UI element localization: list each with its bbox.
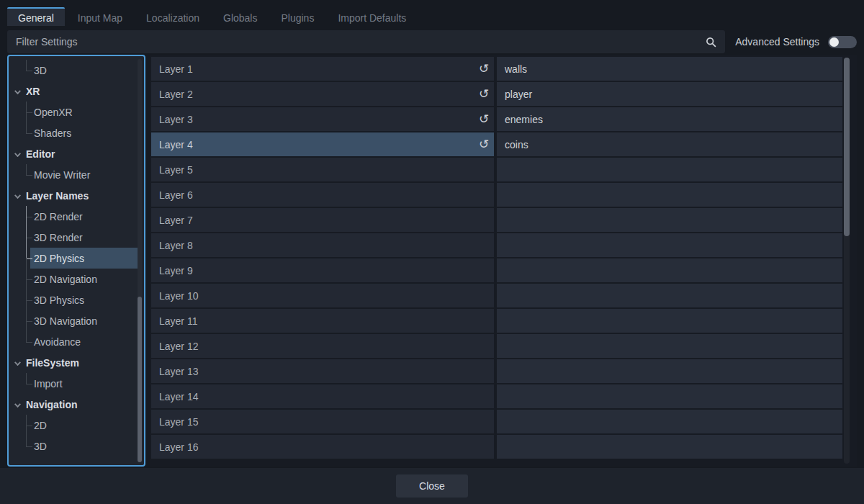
setting-value-field[interactable] [497, 208, 842, 232]
setting-label: Layer 4 [159, 139, 193, 150]
chevron-down-icon [14, 150, 21, 157]
setting-label: Layer 11 [159, 315, 197, 327]
tab-general[interactable]: General [7, 7, 65, 26]
tree-item-3d-physics[interactable]: 3D Physics [9, 289, 138, 310]
sidebar-scrollbar-thumb[interactable] [138, 297, 142, 462]
setting-value-field[interactable] [497, 284, 842, 307]
setting-label-cell[interactable]: Layer 4↺ [151, 132, 494, 156]
tree-item-movie-writer[interactable]: Movie Writer [9, 164, 138, 185]
tree-item-label: Layer Names [26, 190, 89, 202]
filter-settings-placeholder: Filter Settings [16, 36, 78, 48]
settings-row: Layer 3↺enemies [151, 107, 842, 131]
search-icon [706, 37, 716, 48]
filter-settings-input[interactable]: Filter Settings [7, 30, 725, 53]
tree-item-label: Avoidance [34, 336, 81, 348]
setting-label-cell[interactable]: Layer 12 [151, 334, 494, 358]
setting-label-cell[interactable]: Layer 11 [151, 309, 494, 333]
settings-row: Layer 14 [151, 384, 842, 408]
tab-input-map[interactable]: Input Map [67, 7, 133, 26]
tab-globals[interactable]: Globals [212, 7, 268, 26]
setting-value-field[interactable]: enemies [497, 107, 842, 131]
tree-item-editor[interactable]: Editor [9, 143, 138, 164]
setting-value-field[interactable] [497, 183, 842, 207]
tree-item-label: 3D [34, 65, 47, 76]
tree-item-3d[interactable]: 3D [9, 436, 138, 456]
tree-item-layer-names[interactable]: Layer Names [9, 185, 138, 206]
tab-plugins[interactable]: Plugins [270, 7, 325, 26]
setting-label: Layer 7 [159, 215, 193, 226]
tree-item-2d-navigation[interactable]: 2D Navigation [9, 269, 138, 289]
setting-value-field[interactable] [497, 158, 842, 181]
revert-icon[interactable]: ↺ [477, 113, 490, 125]
tree-item-2d-physics[interactable]: 2D Physics [9, 248, 138, 269]
tab-import-defaults[interactable]: Import Defaults [327, 7, 417, 26]
revert-icon[interactable]: ↺ [477, 138, 490, 150]
setting-value-field[interactable] [497, 359, 842, 383]
setting-label-cell[interactable]: Layer 3↺ [151, 107, 494, 131]
setting-label-cell[interactable]: Layer 6 [151, 183, 494, 207]
setting-value-field[interactable] [497, 384, 842, 408]
setting-label: Layer 12 [159, 341, 198, 352]
tree-item-shaders[interactable]: Shaders [9, 122, 138, 143]
setting-label: Layer 14 [159, 391, 198, 402]
tab-bar: GeneralInput MapLocalizationGlobalsPlugi… [7, 7, 857, 26]
tree-item-openxr[interactable]: OpenXR [9, 102, 138, 122]
tree-item-label: OpenXR [34, 107, 73, 118]
setting-label-cell[interactable]: Layer 10 [151, 284, 494, 307]
settings-tree-items: 3DXROpenXRShadersEditorMovie WriterLayer… [9, 60, 138, 456]
settings-row: Layer 11 [151, 309, 842, 333]
tree-item-xr[interactable]: XR [9, 81, 138, 102]
tree-item-navigation[interactable]: Navigation [9, 394, 138, 415]
main-scrollbar[interactable] [844, 58, 850, 464]
tree-item-import[interactable]: Import [9, 373, 138, 394]
setting-value: enemies [505, 114, 543, 125]
tree-item-3d-navigation[interactable]: 3D Navigation [9, 310, 138, 331]
setting-label-cell[interactable]: Layer 1↺ [151, 57, 494, 81]
setting-label-cell[interactable]: Layer 5 [151, 158, 494, 181]
setting-label-cell[interactable]: Layer 8 [151, 233, 494, 257]
setting-value-field[interactable] [497, 334, 842, 358]
tree-item-3d[interactable]: 3D [9, 60, 138, 81]
setting-label-cell[interactable]: Layer 7 [151, 208, 494, 232]
sidebar-scrollbar[interactable] [138, 59, 142, 462]
close-button[interactable]: Close [396, 474, 468, 498]
setting-label: Layer 6 [159, 189, 193, 201]
advanced-settings-label: Advanced Settings [735, 36, 819, 48]
tree-item-label: Import [34, 378, 63, 390]
revert-icon[interactable]: ↺ [477, 63, 490, 75]
setting-value-field[interactable]: player [497, 82, 842, 106]
setting-label: Layer 16 [159, 441, 198, 453]
settings-row: Layer 13 [151, 359, 842, 383]
tree-item-label: Shaders [34, 127, 71, 139]
tree-item-avoidance[interactable]: Avoidance [9, 331, 138, 352]
advanced-settings-toggle[interactable] [828, 36, 857, 48]
main-scrollbar-thumb[interactable] [844, 58, 850, 236]
setting-value-field[interactable] [497, 435, 842, 459]
setting-label-cell[interactable]: Layer 13 [151, 359, 494, 383]
setting-value-field[interactable] [497, 410, 842, 433]
settings-tree: 3DXROpenXRShadersEditorMovie WriterLayer… [7, 55, 145, 467]
toolbar: Filter Settings Advanced Settings [7, 30, 857, 53]
setting-value-field[interactable] [497, 258, 842, 282]
setting-label: Layer 9 [159, 265, 193, 276]
revert-icon[interactable]: ↺ [477, 88, 490, 100]
tab-localization[interactable]: Localization [135, 7, 210, 26]
tree-item-3d-render[interactable]: 3D Render [9, 227, 138, 248]
setting-label: Layer 1 [159, 63, 193, 75]
setting-value-field[interactable] [497, 309, 842, 333]
setting-label-cell[interactable]: Layer 2↺ [151, 82, 494, 106]
setting-label-cell[interactable]: Layer 15 [151, 410, 494, 433]
toggle-knob [829, 37, 839, 47]
setting-value-field[interactable]: coins [497, 132, 842, 156]
setting-label-cell[interactable]: Layer 16 [151, 435, 494, 459]
settings-row: Layer 9 [151, 258, 842, 282]
settings-row: Layer 5 [151, 158, 842, 181]
settings-list: Layer 1↺wallsLayer 2↺playerLayer 3↺enemi… [150, 55, 857, 467]
tree-item-filesystem[interactable]: FileSystem [9, 352, 138, 373]
setting-value-field[interactable] [497, 233, 842, 257]
setting-label-cell[interactable]: Layer 14 [151, 384, 494, 408]
setting-label-cell[interactable]: Layer 9 [151, 258, 494, 282]
setting-value-field[interactable]: walls [497, 57, 842, 81]
tree-item-2d-render[interactable]: 2D Render [9, 206, 138, 227]
tree-item-2d[interactable]: 2D [9, 415, 138, 436]
